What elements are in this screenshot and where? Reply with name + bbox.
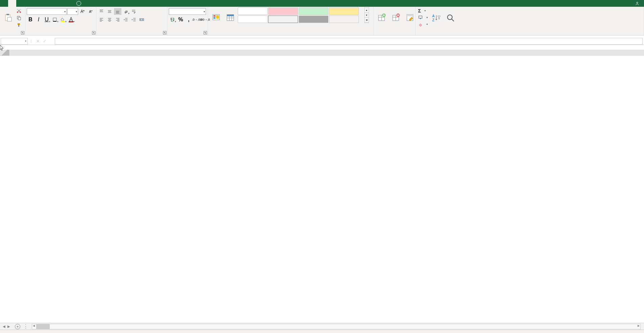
accounting-button[interactable]: 💱 <box>169 16 176 23</box>
percent-button[interactable]: % <box>177 16 184 23</box>
sheet-nav-prev[interactable]: ◀ <box>3 325 5 328</box>
copy-button[interactable] <box>16 15 24 21</box>
menu-formulas[interactable] <box>32 0 41 7</box>
svg-text:A: A <box>432 14 435 18</box>
style-neutral[interactable] <box>329 7 359 15</box>
ribbon-group-cells <box>374 7 416 35</box>
svg-rect-7 <box>18 17 21 20</box>
menu-pagelayout[interactable] <box>24 0 32 7</box>
select-all-button[interactable] <box>0 50 9 56</box>
clipboard-launcher[interactable]: ⬊ <box>21 31 24 34</box>
sort-filter-button[interactable]: AZ <box>430 7 443 29</box>
decrease-indent-button[interactable] <box>122 16 130 23</box>
paste-icon <box>3 13 13 23</box>
merge-center-button[interactable] <box>138 16 167 23</box>
underline-button[interactable]: U <box>43 16 50 23</box>
format-painter-icon <box>17 23 21 27</box>
align-center-button[interactable] <box>106 16 113 23</box>
ribbon-group-number: ▾ 💱 % , .0→.00 .00→.0 ⬊ <box>167 7 208 35</box>
horizontal-scrollbar[interactable]: ◀ ▶ <box>32 324 641 329</box>
styles-gallery[interactable] <box>238 7 364 23</box>
border-button[interactable] <box>51 16 59 23</box>
decrease-decimal-button[interactable]: .00→.0 <box>201 16 209 23</box>
align-right-button[interactable] <box>114 16 121 23</box>
svg-rect-48 <box>227 15 234 16</box>
align-left-button[interactable] <box>98 16 105 23</box>
svg-rect-2 <box>6 14 9 15</box>
insert-cells-button[interactable] <box>375 7 389 29</box>
grid-area <box>0 50 644 323</box>
svg-rect-65 <box>407 15 413 16</box>
font-size-combo[interactable]: ▾ <box>67 8 78 15</box>
style-check[interactable] <box>299 16 328 23</box>
table-format-button[interactable] <box>224 7 237 29</box>
formula-bar-separator: ⋮ <box>28 39 34 43</box>
ribbon: ⬊ ▾ ▾ A▴ A▾ B I U A ⬊ <box>0 7 644 35</box>
menu-home[interactable] <box>8 0 16 7</box>
style-calc[interactable] <box>268 16 298 23</box>
svg-rect-46 <box>216 15 219 19</box>
increase-indent-button[interactable] <box>130 16 138 23</box>
number-launcher[interactable]: ⬊ <box>204 31 207 34</box>
delete-cells-button[interactable] <box>389 7 403 29</box>
share-button[interactable] <box>635 1 641 5</box>
bold-button[interactable]: B <box>27 16 34 23</box>
menu-file[interactable] <box>0 0 8 7</box>
cut-button[interactable] <box>16 7 24 14</box>
number-group-label <box>169 34 206 34</box>
svg-rect-9 <box>18 25 19 27</box>
font-color-button[interactable]: A <box>67 16 75 23</box>
add-sheet-button[interactable]: + <box>15 324 20 329</box>
increase-font-button[interactable]: A▴ <box>79 8 86 15</box>
decrease-font-button[interactable]: A▾ <box>87 8 94 15</box>
menu-help[interactable] <box>65 0 73 7</box>
styles-more-button[interactable]: ⏷ <box>365 18 369 23</box>
wrap-text-button[interactable] <box>130 8 156 15</box>
menu-insert[interactable] <box>16 0 24 7</box>
alignment-launcher[interactable]: ⬊ <box>163 31 166 34</box>
increase-decimal-button[interactable]: .0→.00 <box>193 16 201 23</box>
clear-button[interactable]: ▾ <box>417 21 429 28</box>
style-normal[interactable] <box>238 7 268 15</box>
autosum-button[interactable]: Σ ▾ <box>417 7 429 14</box>
tellme-search[interactable] <box>76 1 83 6</box>
menu-data[interactable] <box>41 0 49 7</box>
ribbon-group-alignment: ab ⬊ <box>96 7 167 35</box>
fill-icon <box>418 15 423 20</box>
formula-input[interactable] <box>55 38 643 45</box>
cells-group-label <box>375 34 414 34</box>
number-format-combo[interactable]: ▾ <box>169 8 206 15</box>
sheet-nav-next[interactable]: ▶ <box>7 325 10 328</box>
style-bad[interactable] <box>268 7 298 15</box>
editing-group-label <box>417 34 642 34</box>
enter-formula-button[interactable]: ✓ <box>41 39 48 44</box>
cut-icon <box>17 8 21 13</box>
styles-up-button[interactable]: ▴ <box>365 8 369 13</box>
format-cells-button[interactable] <box>404 7 417 29</box>
comma-button[interactable]: , <box>185 16 192 23</box>
paste-button[interactable] <box>1 7 15 29</box>
font-launcher[interactable]: ⬊ <box>92 31 95 34</box>
name-box[interactable]: ▾ <box>1 38 28 45</box>
menu-view[interactable] <box>57 0 65 7</box>
hscroll-thumb[interactable] <box>36 324 50 329</box>
styles-scroller[interactable]: ▴ ▾ ⏷ <box>364 7 369 23</box>
style-good[interactable] <box>299 7 328 15</box>
find-select-button[interactable] <box>444 7 457 29</box>
menu-review[interactable] <box>49 0 57 7</box>
style-hyperlink[interactable] <box>238 16 268 23</box>
name-box-dropdown-icon: ▾ <box>25 40 26 43</box>
style-explain[interactable] <box>329 16 359 23</box>
fill-button[interactable]: ▾ <box>417 14 429 21</box>
italic-button[interactable]: I <box>35 16 42 23</box>
format-painter-button[interactable] <box>16 22 24 28</box>
orientation-button[interactable]: ab <box>122 8 130 15</box>
cancel-formula-button[interactable]: ✕ <box>34 39 41 44</box>
align-top-button[interactable] <box>98 8 105 15</box>
fill-color-button[interactable] <box>59 16 67 23</box>
styles-down-button[interactable]: ▾ <box>365 13 369 18</box>
conditional-format-button[interactable] <box>209 7 223 29</box>
align-middle-button[interactable] <box>106 8 113 15</box>
font-name-combo[interactable]: ▾ <box>27 8 67 15</box>
align-bottom-button[interactable] <box>114 8 121 15</box>
